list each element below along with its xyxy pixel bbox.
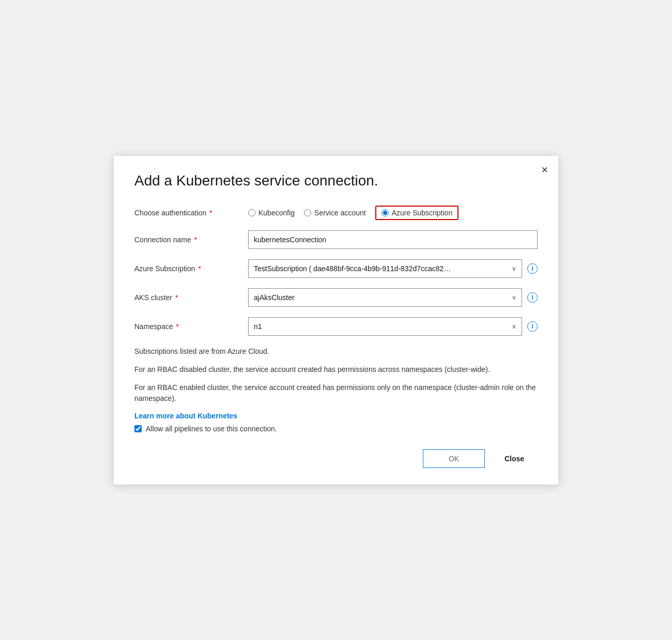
allow-pipelines-checkbox[interactable] <box>134 425 142 432</box>
namespace-info-icon[interactable]: i <box>527 321 538 332</box>
radio-azuresubscription-label: Azure Subscription <box>392 209 453 217</box>
azure-subscription-dropdown-wrapper: TestSubscription ( dae488bf-9cca-4b9b-91… <box>248 259 538 278</box>
rbac-disabled-description: For an RBAC disabled cluster, the servic… <box>134 364 538 375</box>
radio-serviceaccount-label: Service account <box>314 209 366 217</box>
allow-pipelines-row: Allow all pipelines to use this connecti… <box>134 425 538 433</box>
required-star-5: * <box>174 322 179 331</box>
add-kubernetes-dialog: × Add a Kubernetes service connection. C… <box>114 156 558 485</box>
azure-subscription-value: TestSubscription ( dae488bf-9cca-4b9b-91… <box>254 264 451 273</box>
namespace-value: n1 <box>254 322 262 331</box>
aks-cluster-row: AKS cluster * ajAksCluster ∨ i <box>134 288 538 307</box>
close-icon-button[interactable]: × <box>541 164 548 176</box>
connection-name-input[interactable] <box>248 230 538 249</box>
namespace-select[interactable]: n1 ∨ <box>248 317 522 336</box>
radio-serviceaccount-input[interactable] <box>304 209 311 216</box>
required-star: * <box>207 209 212 217</box>
subscriptions-note: Subscriptions listed are from Azure Clou… <box>134 346 538 357</box>
aks-cluster-dropdown-wrapper: ajAksCluster ∨ i <box>248 288 538 307</box>
allow-pipelines-label: Allow all pipelines to use this connecti… <box>146 425 277 433</box>
description-section: Subscriptions listed are from Azure Clou… <box>134 346 538 404</box>
authentication-radio-group: Kubeconfig Service account Azure Subscri… <box>248 206 538 220</box>
aks-cluster-info-icon[interactable]: i <box>527 292 538 303</box>
aks-cluster-label: AKS cluster * <box>134 293 248 302</box>
dialog-title: Add a Kubernetes service connection. <box>134 173 538 189</box>
azure-subscription-row: Azure Subscription * TestSubscription ( … <box>134 259 538 278</box>
namespace-dropdown-wrapper: n1 ∨ i <box>248 317 538 336</box>
rbac-enabled-description: For an RBAC enabled cluster, the service… <box>134 382 538 404</box>
aks-cluster-select[interactable]: ajAksCluster ∨ <box>248 288 522 307</box>
required-star-4: * <box>173 293 178 302</box>
required-star-2: * <box>192 236 197 244</box>
namespace-row: Namespace * n1 ∨ i <box>134 317 538 336</box>
chevron-down-icon-2: ∨ <box>512 294 516 301</box>
azure-subscription-select[interactable]: TestSubscription ( dae488bf-9cca-4b9b-91… <box>248 259 522 278</box>
required-star-3: * <box>196 264 201 273</box>
chevron-down-icon: ∨ <box>512 265 516 272</box>
radio-azuresubscription-input[interactable] <box>381 209 389 216</box>
radio-kubeconfig-label: Kubeconfig <box>258 209 295 217</box>
connection-name-row: Connection name * <box>134 230 538 249</box>
radio-kubeconfig-input[interactable] <box>248 209 255 216</box>
namespace-label: Namespace * <box>134 322 248 331</box>
radio-serviceaccount[interactable]: Service account <box>304 209 366 217</box>
ok-button[interactable]: OK <box>423 449 485 468</box>
authentication-row: Choose authentication * Kubeconfig Servi… <box>134 206 538 220</box>
connection-name-label: Connection name * <box>134 236 248 244</box>
azure-subscription-info-icon[interactable]: i <box>527 263 538 274</box>
radio-azuresubscription[interactable]: Azure Subscription <box>375 206 459 220</box>
authentication-label: Choose authentication * <box>134 209 248 217</box>
chevron-down-icon-3: ∨ <box>512 323 516 330</box>
close-button[interactable]: Close <box>491 449 538 468</box>
dialog-footer: OK Close <box>134 449 538 468</box>
aks-cluster-value: ajAksCluster <box>254 293 295 302</box>
azure-subscription-label: Azure Subscription * <box>134 264 248 273</box>
learn-more-link[interactable]: Learn more about Kubernetes <box>134 412 237 420</box>
radio-kubeconfig[interactable]: Kubeconfig <box>248 209 295 217</box>
